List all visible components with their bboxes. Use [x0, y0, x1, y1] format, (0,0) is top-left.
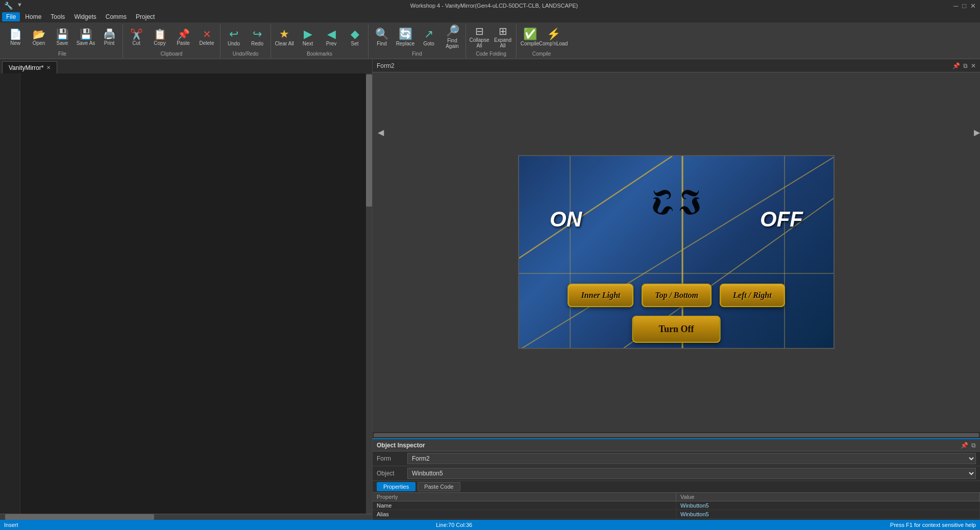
scrollbar-thumb[interactable] — [366, 74, 372, 207]
save-button[interactable]: 💾 Save — [51, 24, 74, 50]
oi-float-icon[interactable]: ⧉ — [971, 442, 976, 449]
undo-button[interactable]: ↩ Undo — [223, 24, 245, 50]
menu-file[interactable]: File — [2, 12, 20, 21]
new-button[interactable]: 📄 New — [4, 24, 27, 50]
status-mode: Insert — [4, 522, 18, 528]
oi-val-appearance[interactable] — [676, 519, 980, 520]
compile-group-label: Compile — [519, 51, 565, 58]
redo-button[interactable]: ↪ Redo — [246, 24, 268, 50]
inner-light-button[interactable]: Inner Light — [568, 284, 633, 307]
oi-tab-pastecode[interactable]: Paste Code — [418, 482, 460, 491]
next-icon: ▶ — [304, 29, 312, 40]
findagain-button[interactable]: 🔎 Find Again — [441, 24, 463, 50]
new-icon: 📄 — [9, 29, 22, 39]
canvas-scroll-right[interactable]: ▶ — [974, 128, 980, 137]
copy-button[interactable]: 📋 Copy — [149, 24, 171, 50]
menu-tools[interactable]: Tools — [46, 12, 69, 21]
compnload-button[interactable]: ⚡ Comp'nLoad — [542, 24, 565, 50]
compile-button[interactable]: ✅ Compile — [519, 24, 541, 50]
scrollwork-left: 𝕴 — [652, 182, 674, 223]
goto-button[interactable]: ↗ Goto — [418, 24, 440, 50]
clearall-button[interactable]: ★ Clear All — [273, 24, 296, 50]
findagain-label: Find Again — [442, 38, 463, 49]
file-group-label: File — [4, 51, 120, 58]
prev-button[interactable]: ◀ Prev — [320, 24, 342, 50]
toolbar-group-undoredo: ↩ Undo ↪ Redo Undo/Redo — [220, 24, 271, 58]
delete-button[interactable]: ✕ Delete — [195, 24, 218, 50]
next-label: Next — [303, 41, 313, 46]
set-label: Set — [351, 41, 358, 46]
status-help: Press F1 for context sensitive help — [890, 522, 976, 528]
vanity-ui-preview: ON OFF 𝕴 𝕴 Inner Light Top / Bottom Left… — [518, 155, 835, 349]
form2-header: Form2 📌 ⧉ ✕ — [373, 59, 980, 72]
oi-tabs: Properties Paste Code — [373, 481, 980, 493]
form2-title: Form2 — [377, 62, 395, 69]
oi-val-name[interactable]: Winbutton5 — [676, 501, 980, 510]
bookmarks-group-label: Bookmarks — [273, 51, 366, 58]
oi-title: Object Inspector — [377, 442, 425, 449]
collapseall-icon: ⊟ — [475, 26, 484, 36]
canvas-scroll-left[interactable]: ◀ — [378, 128, 384, 137]
cut-label: Cut — [132, 40, 140, 46]
oi-row-appearance: Appearance — [373, 519, 980, 520]
cut-button[interactable]: ✂️ Cut — [125, 24, 148, 50]
close-button[interactable]: ✕ — [970, 2, 976, 10]
undo-label: Undo — [228, 41, 240, 46]
menu-widgets[interactable]: Widgets — [70, 12, 100, 21]
menu-home[interactable]: Home — [21, 12, 45, 21]
form2-float-icon[interactable]: ⧉ — [963, 62, 968, 69]
collapseall-button[interactable]: ⊟ Collapse All — [468, 24, 491, 50]
preview-horizontal-scroll[interactable] — [373, 431, 980, 438]
menu-project[interactable]: Project — [132, 12, 159, 21]
replace-button[interactable]: 🔄 Replace — [394, 24, 416, 50]
saveas-button[interactable]: 💾 Save As — [75, 24, 97, 50]
status-bar: Insert Line:70 Col:36 Press F1 for conte… — [0, 520, 980, 530]
oi-pin-icon[interactable]: 📌 — [961, 442, 968, 449]
prev-label: Prev — [326, 41, 337, 46]
toolbar-group-compile: ✅ Compile ⚡ Comp'nLoad Compile — [517, 24, 567, 58]
minimize-button[interactable]: ─ — [953, 2, 958, 10]
editor-scrollbar[interactable] — [366, 73, 372, 514]
collapseall-label: Collapse All — [469, 37, 490, 48]
top-bottom-button[interactable]: Top / Bottom — [642, 284, 712, 307]
oi-object-label: Object — [377, 470, 407, 477]
clipboard-group-label: Clipboard — [125, 51, 218, 58]
code-content[interactable] — [20, 73, 366, 514]
find-button[interactable]: 🔍 Find — [371, 24, 393, 50]
left-right-button[interactable]: Left / Right — [720, 284, 785, 307]
on-label: ON — [550, 207, 582, 232]
print-button[interactable]: 🖨️ Print — [98, 24, 120, 50]
preview-panel: Form2 📌 ⧉ ✕ ◀ ▶ — [373, 59, 980, 520]
next-button[interactable]: ▶ Next — [297, 24, 319, 50]
editor-tab-vanitymirror[interactable]: VanityMirror* ✕ — [2, 61, 57, 73]
clearall-label: Clear All — [275, 41, 293, 46]
oi-val-alias[interactable]: Winbutton5 — [676, 510, 980, 518]
oi-tab-properties[interactable]: Properties — [377, 482, 415, 491]
object-inspector: Object Inspector 📌 ⧉ Form Form2 Object W… — [373, 438, 980, 520]
codefolding-group-label: Code Folding — [468, 51, 514, 58]
turn-off-button[interactable]: Turn Off — [632, 316, 721, 343]
paste-button[interactable]: 📌 Paste — [172, 24, 194, 50]
find-label: Find — [377, 41, 386, 46]
tab-label: VanityMirror* — [9, 64, 43, 71]
oi-object-select[interactable]: Winbutton5 — [407, 468, 976, 479]
main-area: VanityMirror* ✕ Form2 📌 ⧉ ✕ ◀ — [0, 59, 980, 520]
toolbar: 📄 New 📂 Open 💾 Save 💾 Save As 🖨️ Print F… — [0, 22, 980, 59]
oi-form-select[interactable]: Form2 — [407, 453, 976, 464]
form2-pin-icon[interactable]: 📌 — [952, 62, 960, 69]
delete-icon: ✕ — [203, 29, 211, 39]
compile-icon: ✅ — [523, 29, 537, 40]
open-button[interactable]: 📂 Open — [28, 24, 50, 50]
toolbar-group-find: 🔍 Find 🔄 Replace ↗ Goto 🔎 Find Again Fin… — [369, 24, 466, 58]
menu-comms[interactable]: Comms — [102, 12, 131, 21]
preview-hscroll-thumb[interactable] — [374, 433, 979, 437]
oi-form-label: Form — [377, 455, 407, 462]
horizontal-scrollbar[interactable] — [0, 514, 372, 520]
maximize-button[interactable]: □ — [962, 2, 966, 10]
horizontal-scrollbar-thumb[interactable] — [5, 514, 154, 520]
set-button[interactable]: ◆ Set — [344, 24, 366, 50]
expandall-button[interactable]: ⊞ Expand All — [492, 24, 514, 50]
tab-close-icon[interactable]: ✕ — [46, 65, 51, 70]
status-position: Line:70 Col:36 — [436, 522, 472, 528]
form2-close-icon[interactable]: ✕ — [971, 62, 976, 69]
